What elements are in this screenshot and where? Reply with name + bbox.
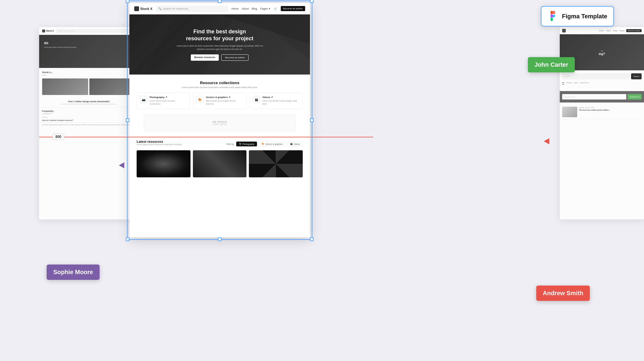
right-search-section: Search Search All Articles News Resource… bbox=[560, 70, 644, 90]
left-image-2 bbox=[89, 78, 135, 95]
vectors-desc: Nith aenean eros feugiat monco pharetra. bbox=[206, 99, 243, 106]
photography-card-content: Photography ↗ Lorem ipsum dolor sit amet… bbox=[150, 96, 187, 106]
right-nav-about[interactable]: About bbox=[606, 30, 611, 32]
resource-thumb-2[interactable] bbox=[193, 150, 247, 177]
ad-size: 1316 X 184 PX bbox=[212, 123, 227, 125]
article-meta: Articles · Dec 24, 2023 bbox=[579, 107, 610, 109]
sophie-moore-badge: Sophie Moore bbox=[47, 265, 100, 280]
right-nav-blog[interactable]: Blog bbox=[613, 30, 617, 32]
filter-photography[interactable]: 📷 Photography bbox=[236, 142, 257, 146]
right-hero-question: ing? bbox=[599, 52, 605, 56]
latest-subtitle: Lorem ipsum dolor sit amet consectetur t… bbox=[137, 143, 183, 145]
height-indicator: 800 bbox=[53, 133, 64, 140]
faq-question: How do I upload a design resource? bbox=[42, 119, 135, 123]
right-nav-links: Home About Blog Pages bbox=[599, 30, 624, 32]
right-search-input[interactable]: Search bbox=[562, 73, 630, 79]
handle-middle-right[interactable] bbox=[310, 118, 314, 122]
videos-title: Videos ↗ bbox=[262, 96, 299, 99]
right-arrow-shape bbox=[544, 138, 549, 144]
site-navigation: Stock X 🔍 Search for resources... Home A… bbox=[129, 3, 310, 14]
right-search-button[interactable]: Search bbox=[631, 73, 642, 79]
latest-header: Latest resources Lorem ipsum dolor sit a… bbox=[137, 140, 303, 148]
left-stat-desc: Lorem ipsum dolor sit amet consectetur a… bbox=[42, 103, 136, 105]
site-search-bar[interactable]: 🔍 Search for resources... bbox=[156, 5, 228, 12]
handle-bottom-right[interactable] bbox=[310, 237, 314, 241]
left-search-bar: Search for resources... bbox=[56, 29, 135, 33]
hero-buttons: Browse resources Become an author bbox=[175, 54, 265, 61]
right-hero-text-1: o bbox=[599, 49, 605, 52]
vectors-card-content: Vectors & graphics ↗ Nith aenean eros fe… bbox=[206, 96, 243, 106]
handle-top-right[interactable] bbox=[310, 0, 314, 3]
resource-card-vectors[interactable]: 🎨 Vectors & graphics ↗ Nith aenean eros … bbox=[193, 93, 246, 109]
vectors-icon: 🎨 bbox=[196, 96, 203, 103]
hero-subtitle: Lorem ipsum dolor sit amet consectetur v… bbox=[175, 44, 265, 51]
become-author-button[interactable]: Become an author bbox=[281, 6, 305, 11]
search-placeholder: Search for resources... bbox=[57, 30, 76, 32]
faq-title: Frequently... bbox=[42, 110, 135, 112]
left-hero-title: Ab bbox=[44, 41, 48, 45]
photography-icon: 📷 bbox=[140, 96, 147, 103]
cart-icon[interactable]: 🛒 bbox=[274, 7, 277, 10]
logo-icon bbox=[134, 6, 139, 11]
site-logo: Stock X bbox=[134, 6, 152, 11]
vectors-title: Vectors & graphics ↗ bbox=[206, 96, 243, 99]
right-nav-cta[interactable]: Become an author bbox=[626, 29, 642, 32]
main-website-frame: Stock X 🔍 Search for resources... Home A… bbox=[129, 3, 310, 237]
left-stats: Over 1 million design assets downloaded … bbox=[39, 98, 138, 107]
left-stock-line: creati... bbox=[42, 74, 135, 76]
tab-articles[interactable]: Articles bbox=[566, 82, 572, 84]
subscribe-button[interactable]: Subscribe now bbox=[627, 94, 642, 99]
john-carter-label: John Carter bbox=[534, 61, 568, 68]
article-item: Articles · Dec 24, 2023 The best new mob… bbox=[562, 105, 642, 119]
left-logo: Stock X bbox=[42, 29, 54, 32]
right-articles-section: Articles · Dec 24, 2023 The best new mob… bbox=[560, 102, 644, 122]
left-frame-nav: Stock X Search for resources... bbox=[39, 27, 138, 35]
handle-top-middle[interactable] bbox=[218, 0, 221, 3]
handle-bottom-middle[interactable] bbox=[218, 237, 221, 241]
nav-about[interactable]: About bbox=[242, 7, 249, 10]
left-section-content: Stock h... creati... bbox=[39, 68, 138, 98]
svg-rect-4 bbox=[551, 11, 553, 14]
tab-news[interactable]: News bbox=[574, 82, 578, 84]
right-tabs: All Articles News Resources bbox=[562, 82, 642, 84]
figma-template-label: Figma Template bbox=[562, 13, 607, 20]
email-input[interactable]: Enter your email... bbox=[562, 94, 626, 99]
main-frame-wrapper: 60 Stock X 🔍 Search for resources... Hom… bbox=[129, 3, 310, 237]
tab-all[interactable]: All bbox=[562, 82, 564, 84]
left-logo-icon bbox=[42, 29, 45, 32]
resource-thumb-3[interactable] bbox=[249, 150, 303, 177]
resource-card-photography[interactable]: 📷 Photography ↗ Lorem ipsum dolor sit am… bbox=[137, 93, 190, 109]
right-nav: Home About Blog Pages Become an author bbox=[560, 27, 644, 34]
resource-thumb-1[interactable] bbox=[137, 150, 190, 177]
filter-videos[interactable]: 🎬 Videos bbox=[287, 142, 303, 146]
svg-rect-5 bbox=[553, 11, 555, 14]
videos-desc: Tortor erat facilisis turpis integer vit… bbox=[262, 99, 299, 106]
left-hero-section: Ab Lorem ipsum dolor sit amet consectetu… bbox=[39, 35, 138, 68]
become-author-hero-button[interactable]: Become an author bbox=[221, 54, 249, 61]
camera-icon: 📷 bbox=[239, 143, 242, 145]
john-carter-badge: John Carter bbox=[528, 57, 575, 72]
right-logo-icon bbox=[562, 29, 566, 32]
handle-top-left[interactable] bbox=[126, 0, 129, 3]
search-placeholder-right: Search bbox=[564, 75, 570, 77]
andrew-smith-label: Andrew Smith bbox=[543, 290, 583, 296]
browse-resources-button[interactable]: Browse resources bbox=[191, 54, 219, 61]
right-hero-content: o ing? bbox=[599, 49, 605, 56]
measurement-line-horizontal bbox=[39, 137, 373, 137]
nav-links: Home About Blog Pages ▾ bbox=[231, 7, 270, 10]
ad-label: AD SPACE bbox=[212, 121, 227, 123]
figma-template-badge: Figma Template bbox=[541, 6, 614, 26]
filter-vectors[interactable]: 🎨 Vectors & graphics bbox=[259, 142, 285, 146]
faq-category: General bbox=[42, 116, 135, 118]
handle-bottom-left[interactable] bbox=[126, 237, 129, 241]
nav-home[interactable]: Home bbox=[231, 7, 239, 10]
svg-rect-6 bbox=[551, 14, 553, 17]
svg-rect-7 bbox=[551, 18, 553, 21]
resource-card-videos[interactable]: 🎬 Videos ↗ Tortor erat facilisis turpis … bbox=[249, 93, 303, 109]
tab-resources[interactable]: Resources bbox=[580, 82, 589, 84]
right-nav-home[interactable]: Home bbox=[599, 30, 604, 32]
left-arrow bbox=[119, 162, 124, 168]
nav-blog[interactable]: Blog bbox=[252, 7, 257, 10]
nav-pages[interactable]: Pages ▾ bbox=[260, 7, 270, 10]
right-nav-pages[interactable]: Pages bbox=[619, 30, 624, 32]
